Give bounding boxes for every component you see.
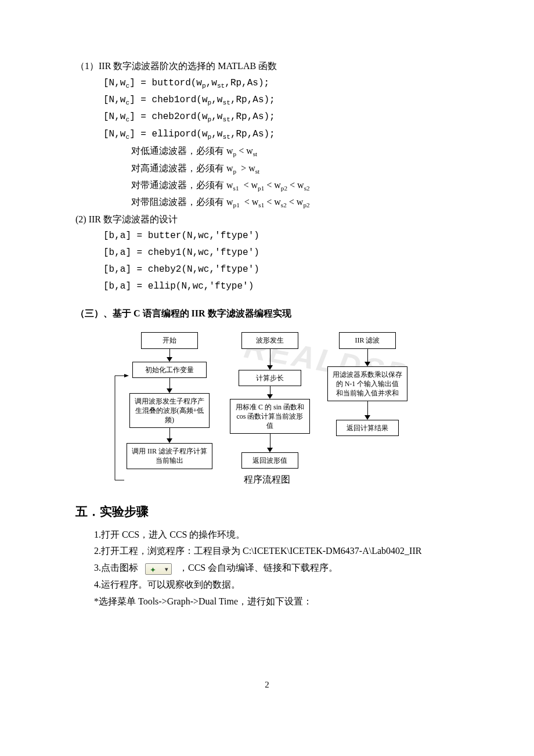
cond-line: 对带阻滤波器，必须有 wp1 < ws1 < ws2 < wp2 — [75, 194, 459, 211]
code-line: [b,a] = cheby2(N,wc,'ftype') — [75, 261, 459, 278]
svg-marker-0 — [124, 374, 129, 377]
code-line: [N,wc] = buttord(wp,wst,Rp,As); — [75, 75, 459, 92]
flow-box: 调用波形发生子程序产生混叠的波形(高频+低频) — [129, 393, 210, 429]
code-line: [b,a] = butter(N,wc,'ftype') — [75, 228, 459, 244]
flow-box: IIR 滤波 — [339, 332, 396, 348]
code-line: [b,a] = cheby1(N,wc,'ftype') — [75, 244, 459, 261]
flow-box: 计算步长 — [239, 370, 301, 386]
flow-col-1: 开始 初始化工作变量 调用波形发生子程序产生混叠的波形(高频+低频) 调用 II… — [127, 332, 212, 469]
build-icon — [145, 563, 172, 575]
flow-box: 返回波形值 — [241, 452, 298, 469]
section-2-title: (2) IIR 数字滤波器的设计 — [75, 211, 459, 228]
page-number: 2 — [75, 680, 459, 690]
cond-line: 对高通滤波器，必须有 wp > wst — [75, 160, 459, 177]
code-line: [b,a] = ellip(N,wc,'ftype') — [75, 278, 459, 295]
flowchart-caption: 程序流程图 — [75, 474, 459, 486]
section-5-title: 五．实验步骤 — [75, 503, 459, 520]
flow-box: 用标准 C 的 sin 函数和 cos 函数计算当前波形值 — [230, 399, 310, 434]
section-1-title: （1）IIR 数字滤波器阶次的选择的 MATLAB 函数 — [75, 58, 459, 75]
flow-col-3: IIR 滤波 用滤波器系数乘以保存的 N-1 个输入输出值和当前输入值并求和 返… — [327, 332, 407, 469]
step-line: 4.运行程序。可以观察收到的数据。 — [94, 577, 459, 593]
step-line: *选择菜单 Tools->Graph->Dual Time，进行如下设置： — [94, 593, 459, 610]
cond-line: 对带通滤波器，必须有 ws1 < wp1 < wp2 < ws2 — [75, 177, 459, 194]
page: REALDSP （1）IIR 数字滤波器阶次的选择的 MATLAB 函数 [N,… — [0, 0, 534, 736]
flow-box: 初始化工作变量 — [132, 362, 207, 378]
flow-col-2: 波形发生 计算步长 用标准 C 的 sin 函数和 cos 函数计算当前波形值 … — [230, 332, 310, 469]
flow-box: 波形发生 — [241, 332, 298, 348]
flow-box: 调用 IIR 滤波子程序计算当前输出 — [127, 443, 212, 469]
section-3-title: （三）、基于 C 语言编程的 IIR 数字滤波器编程实现 — [75, 305, 459, 322]
code-line: [N,wc] = ellipord(wp,wst,Rp,As); — [75, 126, 459, 143]
flow-box: 开始 — [141, 332, 198, 348]
flow-box: 返回计算结果 — [336, 420, 399, 436]
step-line: 3.点击图标 ，CCS 会自动编译、链接和下载程序。 — [94, 560, 459, 577]
flowchart: 开始 初始化工作变量 调用波形发生子程序产生混叠的波形(高频+低频) 调用 II… — [75, 332, 459, 469]
step-line: 1.打开 CCS，进入 CCS 的操作环境。 — [94, 527, 459, 543]
code-line: [N,wc] = cheb2ord(wp,wst,Rp,As); — [75, 109, 459, 125]
step-line: 2.打开工程，浏览程序：工程目录为 C:\ICETEK\ICETEK-DM643… — [94, 543, 459, 560]
cond-line: 对低通滤波器，必须有 wp < wst — [75, 143, 459, 160]
code-line: [N,wc] = cheb1ord(wp,wst,Rp,As); — [75, 92, 459, 109]
flow-box: 用滤波器系数乘以保存的 N-1 个输入输出值和当前输入值并求和 — [327, 366, 407, 402]
steps: 1.打开 CCS，进入 CCS 的操作环境。 2.打开工程，浏览程序：工程目录为… — [75, 527, 459, 610]
